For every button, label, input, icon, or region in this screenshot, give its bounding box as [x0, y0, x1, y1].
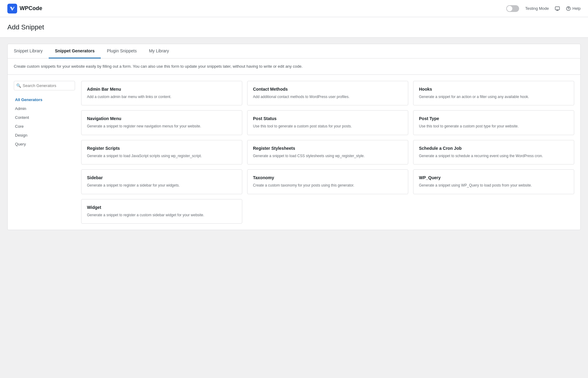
- generator-desc: Use this tool to generate a custom post …: [419, 123, 568, 129]
- generator-title: Navigation Menu: [87, 116, 236, 121]
- generator-card-sidebar[interactable]: Sidebar Generate a snippet to register a…: [81, 169, 242, 194]
- help-icon: [566, 6, 571, 11]
- generator-card-post-type[interactable]: Post Type Use this tool to generate a cu…: [413, 110, 574, 135]
- topbar: WPCode Testing Mode Help: [0, 0, 588, 17]
- generator-desc: Generate a snippet to load CSS styleshee…: [253, 153, 402, 159]
- generator-desc: Generate a snippet to schedule a recurri…: [419, 153, 568, 159]
- page-title: Add Snippet: [7, 23, 581, 31]
- testing-mode-label: Testing Mode: [525, 6, 549, 11]
- tabs-header: Snippet Library Snippet Generators Plugi…: [8, 44, 580, 59]
- generator-card-register-stylesheets[interactable]: Register Stylesheets Generate a snippet …: [247, 140, 408, 165]
- tab-my-library[interactable]: My Library: [143, 44, 175, 59]
- filter-query[interactable]: Query: [14, 140, 75, 149]
- generator-title: Post Status: [253, 116, 402, 121]
- logo: WPCode: [7, 4, 42, 13]
- tab-snippet-generators[interactable]: Snippet Generators: [49, 44, 101, 59]
- generator-title: Sidebar: [87, 175, 236, 180]
- svg-rect-0: [555, 7, 560, 10]
- filter-list: All Generators Admin Content Core Design…: [14, 95, 75, 149]
- main-content: Snippet Library Snippet Generators Plugi…: [0, 38, 588, 236]
- generator-card-hooks[interactable]: Hooks Generate a snippet for an action o…: [413, 81, 574, 106]
- generator-desc: Generate a snippet for an action or a fi…: [419, 94, 568, 100]
- monitor-button[interactable]: [555, 6, 560, 11]
- generator-desc: Generate a snippet to register a sidebar…: [87, 183, 236, 188]
- tab-plugin-snippets[interactable]: Plugin Snippets: [101, 44, 143, 59]
- generator-title: Admin Bar Menu: [87, 87, 236, 92]
- svg-point-2: [568, 9, 569, 9]
- generator-desc: Generate a snippet to register a custom …: [87, 212, 236, 218]
- generator-title: Widget: [87, 205, 236, 210]
- sidebar: 🔍 All Generators Admin Content Core Desi…: [14, 81, 75, 224]
- generator-card-post-status[interactable]: Post Status Use this tool to generate a …: [247, 110, 408, 135]
- generator-desc: Add additional contact methods to WordPr…: [253, 94, 402, 100]
- page-header: Add Snippet: [0, 17, 588, 38]
- filter-all-generators[interactable]: All Generators: [14, 95, 75, 104]
- generator-title: Hooks: [419, 87, 568, 92]
- generator-card-contact-methods[interactable]: Contact Methods Add additional contact m…: [247, 81, 408, 106]
- generator-grid: Admin Bar Menu Add a custom admin bar me…: [81, 81, 574, 224]
- generator-title: Contact Methods: [253, 87, 402, 92]
- generator-card-schedule-cron-job[interactable]: Schedule a Cron Job Generate a snippet t…: [413, 140, 574, 165]
- generator-desc: Use this tool to generate a custom post …: [253, 123, 402, 129]
- generator-card-register-scripts[interactable]: Register Scripts Generate a snippet to l…: [81, 140, 242, 165]
- generator-card-taxonomy[interactable]: Taxonomy Create a custom taxonomy for yo…: [247, 169, 408, 194]
- generator-card-admin-bar-menu[interactable]: Admin Bar Menu Add a custom admin bar me…: [81, 81, 242, 106]
- filter-content[interactable]: Content: [14, 113, 75, 122]
- generator-card-widget[interactable]: Widget Generate a snippet to register a …: [81, 199, 242, 224]
- help-button[interactable]: Help: [566, 6, 581, 11]
- generator-card-navigation-menu[interactable]: Navigation Menu Generate a snippet to re…: [81, 110, 242, 135]
- testing-mode-toggle[interactable]: [506, 5, 519, 12]
- search-input[interactable]: [14, 81, 75, 90]
- tab-snippet-library[interactable]: Snippet Library: [8, 44, 49, 59]
- logo-icon: [7, 4, 17, 13]
- monitor-icon: [555, 6, 560, 11]
- logo-text: WPCode: [20, 5, 42, 12]
- search-icon: 🔍: [16, 83, 21, 88]
- generator-title: Taxonomy: [253, 175, 402, 180]
- tab-body: 🔍 All Generators Admin Content Core Desi…: [8, 75, 580, 230]
- generator-desc: Create a custom taxonomy for your posts …: [253, 183, 402, 188]
- generator-desc: Generate a snippet to register new navig…: [87, 123, 236, 129]
- filter-design[interactable]: Design: [14, 131, 75, 140]
- generator-desc: Generate a snippet to load JavaScript sc…: [87, 153, 236, 159]
- generator-title: Schedule a Cron Job: [419, 146, 568, 151]
- tabs-wrapper: Snippet Library Snippet Generators Plugi…: [7, 44, 581, 230]
- generator-desc: Add a custom admin bar menu with links o…: [87, 94, 236, 100]
- help-label: Help: [572, 6, 581, 11]
- tab-description: Create custom snippets for your website …: [8, 59, 580, 75]
- generator-title: Post Type: [419, 116, 568, 121]
- topbar-right: Testing Mode Help: [506, 5, 581, 12]
- filter-core[interactable]: Core: [14, 122, 75, 131]
- search-box: 🔍: [14, 81, 75, 90]
- generator-title: Register Scripts: [87, 146, 236, 151]
- generator-title: WP_Query: [419, 175, 568, 180]
- generator-desc: Generate a snippet using WP_Query to loa…: [419, 183, 568, 188]
- generator-title: Register Stylesheets: [253, 146, 402, 151]
- filter-admin[interactable]: Admin: [14, 104, 75, 113]
- generator-card-wp-query[interactable]: WP_Query Generate a snippet using WP_Que…: [413, 169, 574, 194]
